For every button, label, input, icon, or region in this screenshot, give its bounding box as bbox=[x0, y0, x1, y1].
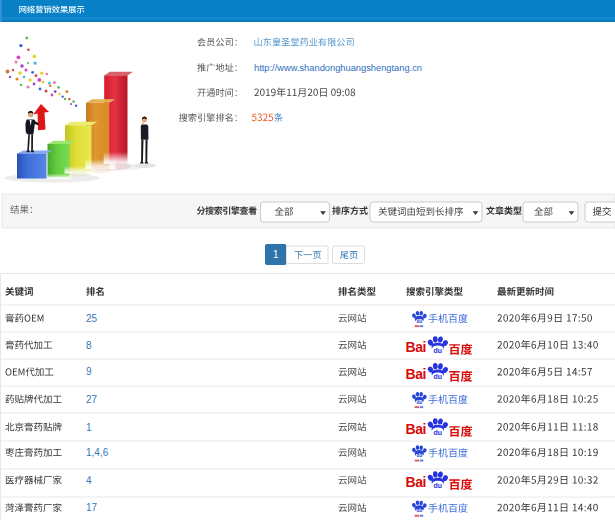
svg-text:27: 27 bbox=[86, 394, 98, 405]
svg-text:Bai: Bai bbox=[406, 339, 427, 355]
svg-text:1: 1 bbox=[273, 249, 279, 260]
svg-text:1,4,6: 1,4,6 bbox=[86, 447, 109, 458]
svg-text:du: du bbox=[434, 482, 443, 489]
svg-text:8: 8 bbox=[86, 340, 92, 351]
svg-text:Bai: Bai bbox=[406, 366, 427, 382]
svg-text:du: du bbox=[416, 508, 422, 513]
svg-text:du: du bbox=[434, 429, 443, 436]
svg-text:Bai: Bai bbox=[406, 474, 427, 490]
svg-text:du: du bbox=[416, 400, 422, 405]
svg-text:du: du bbox=[416, 319, 422, 324]
svg-text:du: du bbox=[434, 373, 443, 380]
svg-text:du: du bbox=[434, 347, 443, 354]
svg-text:Bai: Bai bbox=[406, 421, 427, 437]
svg-text:4: 4 bbox=[86, 475, 92, 486]
svg-text:9: 9 bbox=[86, 366, 92, 377]
svg-text:http://www.shandonghuangshengt: http://www.shandonghuangshengtang.cn bbox=[254, 63, 422, 73]
svg-text:du: du bbox=[416, 453, 422, 458]
svg-text:25: 25 bbox=[86, 313, 98, 324]
svg-text:1: 1 bbox=[86, 422, 92, 433]
svg-text:17: 17 bbox=[86, 502, 98, 513]
